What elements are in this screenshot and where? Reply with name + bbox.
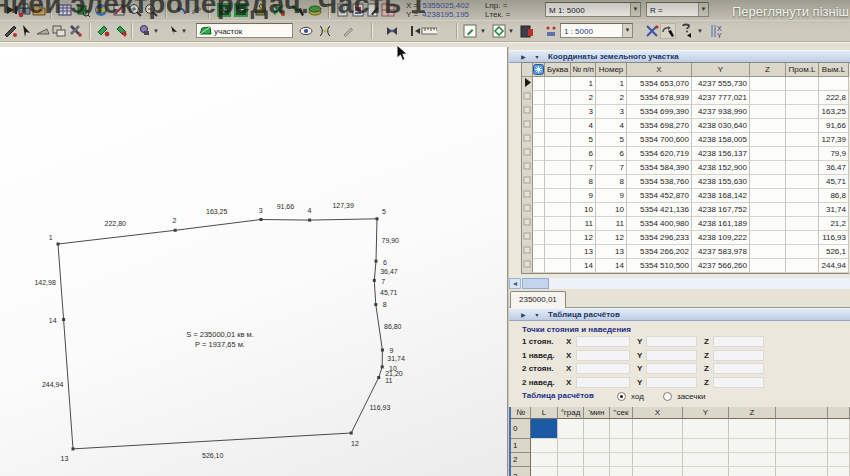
- grid-row[interactable]: 3: [511, 467, 850, 476]
- table-cell[interactable]: 116,93: [819, 231, 849, 245]
- grid-cell[interactable]: [776, 419, 828, 439]
- grid-cell[interactable]: 2: [511, 453, 531, 467]
- dropdown-arrow-icon[interactable]: ▼: [508, 28, 515, 35]
- table-cell[interactable]: 2: [596, 91, 627, 105]
- column-header-8[interactable]: Пром.L: [786, 63, 819, 77]
- clipboard-icon[interactable]: [111, 2, 127, 18]
- table-cell[interactable]: 163,25: [819, 105, 849, 119]
- dots-rb-icon[interactable]: [543, 23, 559, 39]
- globe-icon[interactable]: [93, 2, 109, 18]
- table-cell[interactable]: 4238 161,189: [692, 217, 750, 231]
- table-cell[interactable]: [533, 77, 545, 91]
- report-sheet-icon[interactable]: [365, 2, 381, 18]
- edit-pencil-icon[interactable]: [254, 2, 270, 18]
- table-cell[interactable]: [533, 217, 545, 231]
- grid-cell[interactable]: [610, 453, 633, 467]
- table-row[interactable]: 11115354 400,9804238 161,18921,2: [522, 217, 849, 231]
- table-row[interactable]: 225354 678,9394237 777,021222,8: [522, 91, 849, 105]
- pliers-icon[interactable]: [68, 23, 84, 39]
- table-cell[interactable]: 10: [571, 203, 596, 217]
- coord-field-z[interactable]: [713, 336, 764, 347]
- tools-pick-icon[interactable]: [289, 2, 305, 18]
- table-row[interactable]: 335354 699,3904237 938,990163,25: [522, 105, 849, 119]
- table-cell[interactable]: [545, 259, 571, 273]
- table-cell[interactable]: 4238 156,137: [692, 147, 750, 161]
- table-cell[interactable]: 79,9: [819, 147, 849, 161]
- table-cell[interactable]: [786, 217, 819, 231]
- dropdown-arrow-icon[interactable]: ▼: [697, 28, 704, 35]
- sheet-tab[interactable]: 235000,01: [510, 291, 566, 308]
- table-cell[interactable]: [750, 161, 786, 175]
- grid-row[interactable]: 0: [511, 419, 850, 439]
- coord-field-y[interactable]: [646, 336, 697, 347]
- table-cell[interactable]: [522, 91, 533, 105]
- table-cell[interactable]: 31,74: [819, 203, 849, 217]
- table-cell[interactable]: 4238 152,900: [692, 161, 750, 175]
- table-cell[interactable]: 244,94: [819, 259, 849, 273]
- r-combo[interactable]: R = ▼: [646, 2, 709, 17]
- table-cell[interactable]: 1: [571, 77, 596, 91]
- table-cell[interactable]: [522, 189, 533, 203]
- grid-column-header[interactable]: L: [531, 407, 558, 419]
- dropdown-arrow-icon[interactable]: ▼: [153, 28, 160, 35]
- table-row[interactable]: 775354 584,3904238 152,90036,47: [522, 161, 849, 175]
- table-cell[interactable]: [545, 77, 571, 91]
- layers-icon[interactable]: [307, 2, 323, 18]
- grid-cell[interactable]: [584, 439, 610, 453]
- table-cell[interactable]: 4237 555,730: [692, 77, 750, 91]
- grid-cell[interactable]: [633, 419, 683, 439]
- table-cell[interactable]: 13: [596, 245, 627, 259]
- eye-icon[interactable]: [298, 23, 314, 39]
- scrollbar-thumb[interactable]: [522, 278, 549, 289]
- grid-column-header[interactable]: "сек: [610, 407, 633, 419]
- table-cell[interactable]: [786, 161, 819, 175]
- orbit-icon[interactable]: [660, 23, 676, 39]
- dropdown-arrow-icon[interactable]: ▼: [181, 28, 188, 35]
- table-cell[interactable]: 5354 510,500: [627, 259, 692, 273]
- report-image-icon[interactable]: [350, 2, 366, 18]
- table-cell[interactable]: [522, 147, 533, 161]
- table-cell[interactable]: [750, 259, 786, 273]
- table-cell[interactable]: [522, 119, 533, 133]
- grid-cell[interactable]: [531, 439, 558, 453]
- table-cell[interactable]: [522, 105, 533, 119]
- query-icon[interactable]: [679, 23, 695, 39]
- table-cell[interactable]: [750, 231, 786, 245]
- red-grid-icon[interactable]: [380, 2, 396, 18]
- table-cell[interactable]: [545, 217, 571, 231]
- chevron-down-icon[interactable]: ▼: [630, 3, 640, 16]
- table-cell[interactable]: 4238 168,142: [692, 189, 750, 203]
- table-cell[interactable]: 5354 700,600: [627, 133, 692, 147]
- table-cell[interactable]: 3: [596, 105, 627, 119]
- grid-cell[interactable]: [531, 467, 558, 476]
- table-cell[interactable]: [750, 189, 786, 203]
- table-cell[interactable]: 526,1: [819, 245, 849, 259]
- table-cell[interactable]: 4237 777,021: [692, 91, 750, 105]
- panel-collapse-icon[interactable]: ▶: [521, 310, 525, 321]
- table-cell[interactable]: 14: [571, 259, 596, 273]
- table-cell[interactable]: 12: [571, 231, 596, 245]
- table-cell[interactable]: [545, 105, 571, 119]
- grid-cell[interactable]: [683, 453, 729, 467]
- cut-tool-icon[interactable]: [3, 23, 19, 39]
- insert-object-icon[interactable]: [233, 2, 249, 18]
- table-cell[interactable]: [533, 259, 545, 273]
- grid-cell[interactable]: [633, 439, 683, 453]
- table-cell[interactable]: 4238 158,005: [692, 133, 750, 147]
- table-cell[interactable]: [786, 91, 819, 105]
- table-cell[interactable]: [786, 231, 819, 245]
- table-cell[interactable]: [786, 105, 819, 119]
- column-header-2[interactable]: Буква: [545, 63, 571, 77]
- table-cell[interactable]: 5354 699,390: [627, 105, 692, 119]
- open-folder-icon[interactable]: [31, 2, 47, 18]
- grid-cell[interactable]: [610, 419, 633, 439]
- table-cell[interactable]: [545, 175, 571, 189]
- table-cell[interactable]: 4237 583,978: [692, 245, 750, 259]
- table-cell[interactable]: [533, 203, 545, 217]
- grid-cell[interactable]: [558, 439, 584, 453]
- coord-field-z[interactable]: [713, 363, 764, 374]
- ruler-icon[interactable]: [421, 23, 451, 39]
- object-type-combo[interactable]: участок: [196, 23, 293, 38]
- column-header-0[interactable]: [522, 63, 533, 77]
- column-header-6[interactable]: Y: [692, 63, 750, 77]
